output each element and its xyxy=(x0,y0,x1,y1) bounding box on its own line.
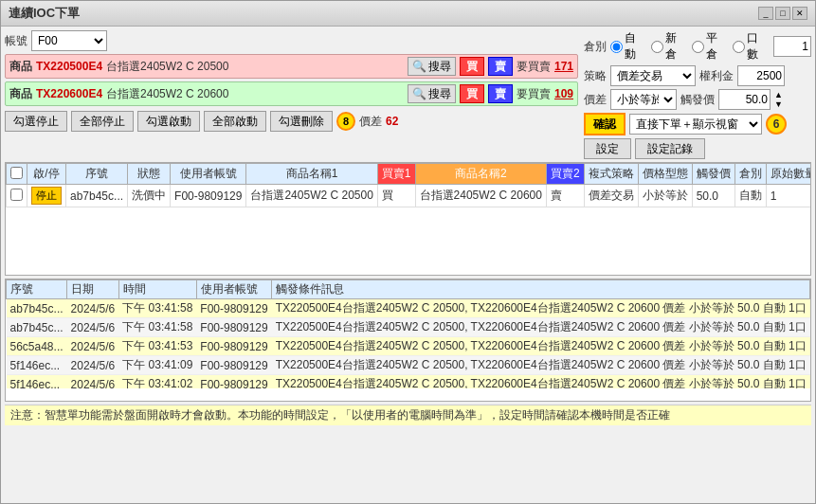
spinner-up-icon[interactable]: ▲▼ xyxy=(774,90,783,109)
row-bs2: 賣 xyxy=(546,185,584,207)
log-msg: TX220500E4台指選2405W2 C 20500, TX220600E4台… xyxy=(272,337,810,356)
compare-select[interactable]: 小於等於 xyxy=(610,89,677,110)
delete-button[interactable]: 勾選刪除 xyxy=(270,111,333,132)
table-wrapper[interactable]: 啟/停 序號 狀態 使用者帳號 商品名稱1 買賣1 商品名稱2 買賣2 複式策略… xyxy=(6,163,810,275)
orders-table-section: 啟/停 序號 狀態 使用者帳號 商品名稱1 買賣1 商品名稱2 買賣2 複式策略… xyxy=(5,162,811,276)
right-controls: 倉別 自動 新倉 平倉 xyxy=(584,30,811,159)
confirm-badge: 6 xyxy=(766,114,787,135)
radio-new-input[interactable] xyxy=(651,41,663,53)
col-header-pricetype: 價格型態 xyxy=(638,164,692,185)
close-button[interactable]: ✕ xyxy=(792,7,807,20)
log-user: F00-9809129 xyxy=(196,337,271,356)
top-section: 帳號 F00 商品 TX220500E4 台指選2405W2 C 20500 🔍… xyxy=(5,30,811,159)
stop-all-button[interactable]: 全部停止 xyxy=(71,111,134,132)
col-header-check xyxy=(7,164,27,185)
col-header-side: 倉別 xyxy=(734,164,766,185)
product2-price[interactable]: 109 xyxy=(554,87,573,100)
product2-buy-button[interactable]: 買 xyxy=(460,84,484,103)
left-controls: 帳號 F00 商品 TX220500E4 台指選2405W2 C 20500 🔍… xyxy=(5,30,578,159)
main-window: 連續IOC下單 _ □ ✕ 帳號 F00 商品 TX22050 xyxy=(0,0,816,504)
confirm-row: 確認 直接下單＋顯示視窗 6 xyxy=(584,113,811,135)
log-time: 下午 03:41:53 xyxy=(118,337,196,356)
select-all-checkbox[interactable] xyxy=(10,167,23,179)
orders-table: 啟/停 序號 狀態 使用者帳號 商品名稱1 買賣1 商品名稱2 買賣2 複式策略… xyxy=(6,163,810,207)
qty-input[interactable] xyxy=(773,36,811,57)
col-header-bs2: 買賣2 xyxy=(546,164,584,185)
log-row: 5f146ec... 2024/5/6 下午 03:41:09 F00-9809… xyxy=(7,356,811,375)
row-checkbox[interactable] xyxy=(10,189,23,201)
log-seq: 5f146ec... xyxy=(7,375,67,389)
trigger-label: 觸發價 xyxy=(680,92,715,108)
log-user: F00-9809129 xyxy=(196,318,271,337)
trigger-input[interactable] xyxy=(718,89,771,110)
radio-group: 自動 新倉 平倉 口數 xyxy=(610,30,811,63)
product1-buy-button[interactable]: 買 xyxy=(460,57,484,76)
price-label: 價差 xyxy=(584,92,607,108)
log-button[interactable]: 設定記錄 xyxy=(635,138,705,159)
account-row: 帳號 F00 xyxy=(5,30,578,51)
setting-button[interactable]: 設定 xyxy=(584,138,631,159)
strategy-label: 策略 xyxy=(584,68,607,84)
log-msg: TX220500E4台指選2405W2 C 20500, TX220600E4台… xyxy=(272,299,810,318)
log-user: F00-9809129 xyxy=(196,356,271,375)
log-row: ab7b45c... 2024/5/6 下午 03:41:58 F00-9809… xyxy=(7,299,811,318)
search-icon: 🔍 xyxy=(412,87,426,100)
row-seq: ab7b45c... xyxy=(66,185,128,207)
row-check[interactable] xyxy=(7,185,27,207)
diff-value: 62 xyxy=(386,115,398,128)
product2-desc: 台指選2405W2 C 20600 xyxy=(106,86,404,102)
radio-auto-input[interactable] xyxy=(610,41,623,53)
maximize-button[interactable]: □ xyxy=(775,7,790,20)
log-section: 序號 日期 時間 使用者帳號 觸發條件訊息 訊息狀態 ab7b45c... 20… xyxy=(5,279,811,402)
log-date: 2024/5/6 xyxy=(67,299,119,318)
col-header-seq: 序號 xyxy=(66,164,128,185)
log-col-seq: 序號 xyxy=(7,280,67,299)
log-seq: 56c5a48... xyxy=(7,337,67,356)
log-row: 5f146ec... 2024/5/6 下午 03:41:02 F00-9809… xyxy=(7,375,811,389)
restart-button[interactable]: 勾選啟動 xyxy=(137,111,200,132)
confirm-select[interactable]: 直接下單＋顯示視窗 xyxy=(629,114,762,135)
search-icon: 🔍 xyxy=(412,60,426,73)
product1-sell-button[interactable]: 賣 xyxy=(488,57,513,76)
window-title: 連續IOC下單 xyxy=(9,5,80,22)
log-time: 下午 03:41:09 xyxy=(118,356,196,375)
product2-sell-button[interactable]: 賣 xyxy=(488,84,513,103)
stop-button[interactable]: 停止 xyxy=(31,187,62,205)
log-time: 下午 03:41:02 xyxy=(118,375,196,389)
radio-qty-input[interactable] xyxy=(733,41,745,53)
log-scroll[interactable]: 序號 日期 時間 使用者帳號 觸發條件訊息 訊息狀態 ab7b45c... 20… xyxy=(6,279,810,388)
log-col-msg: 觸發條件訊息 xyxy=(272,280,810,299)
product2-label: 商品 xyxy=(9,86,32,102)
window-controls: _ □ ✕ xyxy=(758,7,807,20)
action-row: 勾選停止 全部停止 勾選啟動 全部啟動 勾選刪除 8 價差 62 xyxy=(5,111,578,132)
radio-new[interactable]: 新倉 xyxy=(651,30,686,63)
setting-row: 設定 設定記錄 xyxy=(584,138,811,159)
product2-search-button[interactable]: 🔍 搜尋 xyxy=(408,84,456,103)
product1-search-button[interactable]: 🔍 搜尋 xyxy=(408,57,456,76)
row-stopbtn[interactable]: 停止 xyxy=(27,185,66,207)
col-header-prod2: 商品名稱2 xyxy=(415,164,546,185)
radio-close-input[interactable] xyxy=(692,41,704,53)
account-select[interactable]: F00 xyxy=(31,30,107,51)
log-col-time: 時間 xyxy=(118,280,196,299)
rights-input[interactable] xyxy=(737,65,785,86)
log-date: 2024/5/6 xyxy=(67,337,119,356)
radio-close[interactable]: 平倉 xyxy=(692,30,727,63)
stop-checked-button[interactable]: 勾選停止 xyxy=(5,111,67,132)
confirm-button[interactable]: 確認 xyxy=(584,113,626,135)
product1-price[interactable]: 171 xyxy=(554,60,573,73)
product2-orderlabel: 要買賣 xyxy=(517,86,551,102)
radio-auto[interactable]: 自動 xyxy=(610,30,645,63)
radio-qty-label[interactable]: 口數 xyxy=(733,30,768,63)
col-header-status: 狀態 xyxy=(128,164,171,185)
row-side: 自動 xyxy=(734,185,766,207)
col-header-trigger: 觸發價 xyxy=(692,164,734,185)
restart-all-button[interactable]: 全部啟動 xyxy=(204,111,266,132)
minimize-button[interactable]: _ xyxy=(758,7,773,20)
col-header-bs1: 買賣1 xyxy=(377,164,415,185)
product1-orderlabel: 要買賣 xyxy=(517,59,551,75)
table-row: 停止 ab7b45c... 洗價中 F00-9809129 台指選2405W2 … xyxy=(7,185,811,207)
log-row: ab7b45c... 2024/5/6 下午 03:41:58 F00-9809… xyxy=(7,318,811,337)
col-header-startstop: 啟/停 xyxy=(27,164,66,185)
strategy-select[interactable]: 價差交易 xyxy=(610,65,696,86)
